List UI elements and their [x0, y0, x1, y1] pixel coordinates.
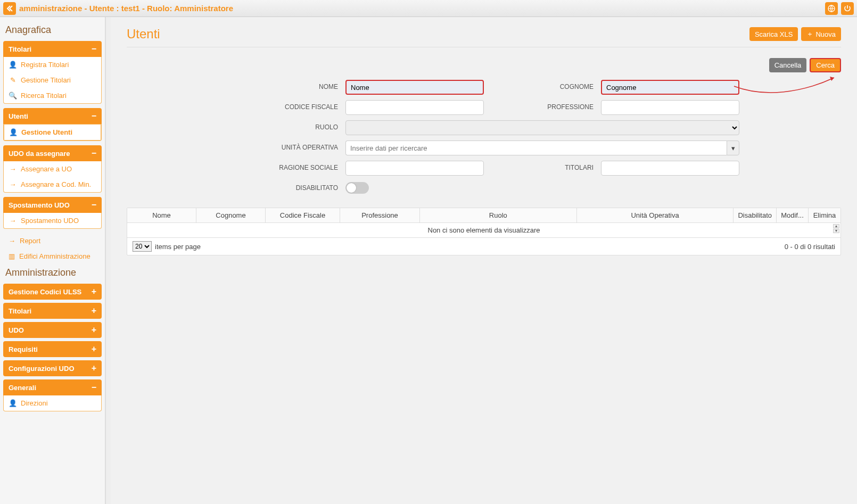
nome-input[interactable]: [345, 80, 484, 95]
sidebar-item-assegnare-codmin[interactable]: →Assegnare a Cod. Min.: [4, 177, 101, 192]
minus-icon: −: [92, 111, 96, 121]
topbar: amministrazione - Utente : test1 - Ruolo…: [0, 0, 857, 17]
sidebar-header-titolari[interactable]: Titolari−: [3, 41, 102, 57]
sidebar-item-spostamento-udo[interactable]: →Spostamento UDO: [4, 213, 101, 228]
cognome-input[interactable]: [601, 80, 739, 95]
codice-fiscale-input[interactable]: [345, 100, 484, 115]
sidebar-header-requisiti[interactable]: Requisiti+: [3, 341, 102, 357]
minus-icon: −: [92, 148, 96, 158]
nome-label: NOME: [234, 80, 340, 95]
sidebar-header-udo-assegnare[interactable]: UDO da assegnare−: [3, 145, 102, 161]
arrow-right-icon: →: [9, 237, 15, 245]
arrow-right-icon: →: [9, 217, 17, 225]
scroll-up-icon[interactable]: ▴: [833, 224, 839, 228]
group-udo-assegnare: →Assegnare a UO →Assegnare a Cod. Min.: [3, 161, 102, 193]
plus-icon: +: [92, 306, 96, 316]
unita-label: UNITÀ OPERATIVA: [234, 141, 340, 155]
scroll-down-icon[interactable]: ▾: [833, 229, 839, 233]
table-header-row: Nome Cognome Codice Fiscale Professione …: [127, 208, 840, 223]
th-unita[interactable]: Unità Operativa: [577, 208, 734, 222]
sidebar-link-label: Report: [20, 237, 40, 245]
sidebar-item-label: Assegnare a UO: [21, 165, 72, 173]
sidebar-header-utenti[interactable]: Utenti−: [3, 108, 102, 124]
pager-text: items per page: [155, 243, 201, 251]
plus-icon: ＋: [806, 29, 813, 39]
cancel-button[interactable]: Cancella: [769, 58, 807, 72]
sidebar-header-titolari2[interactable]: Titolari+: [3, 303, 102, 319]
new-button-label: Nuova: [815, 30, 836, 38]
th-nome[interactable]: Nome: [127, 208, 196, 222]
topbar-left: amministrazione - Utente : test1 - Ruolo…: [3, 2, 233, 15]
minus-icon: −: [92, 44, 96, 54]
new-button[interactable]: ＋Nuova: [801, 27, 841, 41]
th-disabilitato[interactable]: Disabilitato: [734, 208, 777, 222]
sidebar-header-label: Gestione Codici ULSS: [9, 288, 81, 296]
ragione-sociale-input[interactable]: [345, 161, 484, 176]
sidebar-header-label: Titolari: [9, 45, 31, 53]
annotation-arrow-icon: [733, 77, 839, 106]
sidebar-item-gestione-utenti[interactable]: 👤Gestione Utenti: [4, 124, 101, 141]
sidebar-header-label: Requisiti: [9, 345, 38, 353]
sidebar-item-label: Direzioni: [21, 399, 48, 407]
sidebar-item-label: Gestione Titolari: [21, 76, 71, 84]
sidebar-header-spostamento[interactable]: Spostamento UDO−: [3, 197, 102, 213]
topbar-right: [825, 2, 854, 15]
titolari-input[interactable]: [601, 161, 739, 176]
sidebar-item-label: Registra Titolari: [21, 61, 69, 69]
sidebar-item-assegnare-uo[interactable]: →Assegnare a UO: [4, 161, 101, 177]
download-xls-button[interactable]: Scarica XLS: [749, 27, 798, 41]
sidebar-scrollbar[interactable]: [105, 17, 111, 504]
sidebar-item-label: Gestione Utenti: [21, 128, 72, 136]
search-button[interactable]: Cerca: [810, 58, 841, 72]
chevron-down-icon[interactable]: ▾: [727, 141, 739, 155]
sidebar-header-label: UDO da assegnare: [9, 150, 70, 158]
sidebar-header-label: UDO: [9, 326, 24, 334]
globe-icon[interactable]: [825, 2, 838, 15]
th-cf[interactable]: Codice Fiscale: [266, 208, 340, 222]
group-spostamento: →Spostamento UDO: [3, 213, 102, 229]
th-elimina[interactable]: Elimina: [809, 208, 840, 222]
app-title: amministrazione - Utente : test1 - Ruolo…: [19, 4, 233, 13]
group-utenti: 👤Gestione Utenti: [3, 124, 102, 141]
search-actions: Cancella Cerca: [127, 58, 841, 72]
user-icon: 👤: [10, 128, 17, 136]
user-icon: 👤: [9, 399, 17, 407]
sidebar-item-registra-titolari[interactable]: 👤Registra Titolari: [4, 57, 101, 72]
sidebar-item-direzioni[interactable]: 👤Direzioni: [4, 395, 101, 411]
power-icon[interactable]: [841, 2, 854, 15]
plus-icon: +: [92, 344, 96, 354]
arrow-right-icon: →: [9, 180, 17, 188]
th-professione[interactable]: Professione: [340, 208, 420, 222]
professione-label: PROFESSIONE: [489, 100, 596, 115]
head-actions: Scarica XLS ＋Nuova: [749, 27, 841, 41]
th-cognome[interactable]: Cognome: [196, 208, 266, 222]
sidebar-item-ricerca-titolari[interactable]: 🔍Ricerca Titolari: [4, 88, 101, 103]
disabilitato-toggle[interactable]: [345, 182, 369, 194]
minus-icon: −: [92, 200, 96, 210]
sidebar-header-label: Configurazioni UDO: [9, 365, 75, 373]
sidebar-header-udo[interactable]: UDO+: [3, 322, 102, 338]
filter-form: NOME COGNOME CODICE FISCALE PROFESSION: [127, 80, 841, 194]
sidebar-collapse-button[interactable]: [3, 2, 16, 15]
table-footer: 20 items per page 0 - 0 di 0 risultati: [127, 238, 840, 255]
sidebar-header-config[interactable]: Configurazioni UDO+: [3, 360, 102, 376]
ragione-label: RAGIONE SOCIALE: [234, 161, 340, 176]
group-generali: 👤Direzioni: [3, 395, 102, 411]
professione-input[interactable]: [601, 100, 739, 115]
sidebar-item-gestione-titolari[interactable]: ✎Gestione Titolari: [4, 72, 101, 88]
sidebar-link-edifici[interactable]: ▥Edifici Amministrazione: [3, 249, 102, 264]
th-modifica[interactable]: Modif...: [777, 208, 809, 222]
sidebar-header-label: Generali: [9, 384, 36, 392]
sidebar-link-report[interactable]: →Report: [3, 233, 102, 249]
sidebar-header-ulss[interactable]: Gestione Codici ULSS+: [3, 284, 102, 300]
items-per-page-select[interactable]: 20: [133, 241, 152, 252]
sidebar-header-label: Titolari: [9, 307, 31, 315]
cf-label: CODICE FISCALE: [234, 100, 340, 115]
toggle-knob: [347, 183, 356, 193]
ruolo-select[interactable]: [345, 120, 739, 135]
unita-operativa-input[interactable]: [345, 141, 727, 155]
th-ruolo[interactable]: Ruolo: [420, 208, 577, 222]
sidebar-header-generali[interactable]: Generali−: [3, 379, 102, 395]
group-titolari: 👤Registra Titolari ✎Gestione Titolari 🔍R…: [3, 57, 102, 104]
sidebar-header-label: Spostamento UDO: [9, 201, 70, 209]
